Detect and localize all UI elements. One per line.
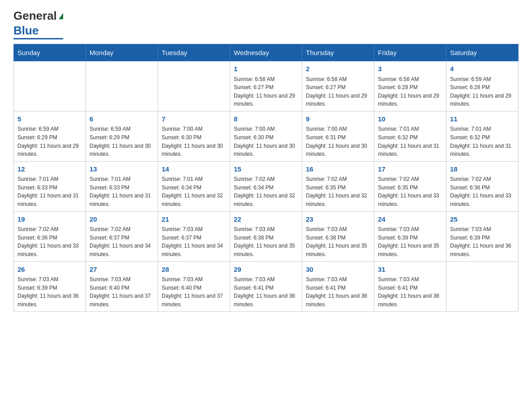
- day-info: Sunrise: 7:01 AM Sunset: 6:32 PM Dayligh…: [378, 125, 442, 158]
- day-info: Sunrise: 7:03 AM Sunset: 6:40 PM Dayligh…: [162, 275, 226, 308]
- day-info: Sunrise: 6:59 AM Sunset: 6:29 PM Dayligh…: [17, 125, 82, 158]
- calendar-cell-w3-d7: 18Sunrise: 7:02 AM Sunset: 6:36 PM Dayli…: [446, 161, 519, 211]
- weekday-header-row: SundayMondayTuesdayWednesdayThursdayFrid…: [14, 44, 519, 61]
- day-info: Sunrise: 7:01 AM Sunset: 6:34 PM Dayligh…: [162, 175, 226, 208]
- day-info: Sunrise: 7:02 AM Sunset: 6:35 PM Dayligh…: [306, 175, 370, 208]
- day-info: Sunrise: 7:03 AM Sunset: 6:38 PM Dayligh…: [306, 225, 370, 258]
- day-number: 2: [306, 64, 370, 74]
- calendar-cell-w1-d2: [86, 61, 158, 111]
- calendar-week-4: 19Sunrise: 7:02 AM Sunset: 6:36 PM Dayli…: [14, 211, 519, 261]
- day-number: 26: [17, 265, 82, 275]
- calendar-cell-w5-d6: 31Sunrise: 7:03 AM Sunset: 6:41 PM Dayli…: [374, 261, 446, 312]
- day-info: Sunrise: 7:03 AM Sunset: 6:40 PM Dayligh…: [90, 275, 154, 308]
- calendar-cell-w4-d4: 22Sunrise: 7:03 AM Sunset: 6:38 PM Dayli…: [230, 211, 302, 261]
- day-info: Sunrise: 6:59 AM Sunset: 6:28 PM Dayligh…: [450, 75, 515, 108]
- day-number: 25: [450, 214, 515, 225]
- day-number: 13: [90, 164, 154, 175]
- calendar-cell-w5-d5: 30Sunrise: 7:03 AM Sunset: 6:41 PM Dayli…: [302, 261, 374, 312]
- day-info: Sunrise: 7:01 AM Sunset: 6:33 PM Dayligh…: [90, 175, 154, 208]
- calendar-cell-w4-d5: 23Sunrise: 7:03 AM Sunset: 6:38 PM Dayli…: [302, 211, 374, 261]
- day-number: 19: [17, 214, 82, 225]
- calendar-cell-w4-d2: 20Sunrise: 7:02 AM Sunset: 6:37 PM Dayli…: [86, 211, 158, 261]
- calendar-cell-w3-d6: 17Sunrise: 7:02 AM Sunset: 6:35 PM Dayli…: [374, 161, 446, 211]
- day-number: 6: [90, 114, 154, 124]
- day-number: 28: [162, 265, 226, 275]
- day-number: 16: [306, 164, 370, 175]
- weekday-header-wednesday: Wednesday: [230, 44, 302, 61]
- day-info: Sunrise: 7:02 AM Sunset: 6:36 PM Dayligh…: [450, 175, 515, 208]
- calendar-cell-w2-d1: 5Sunrise: 6:59 AM Sunset: 6:29 PM Daylig…: [14, 111, 86, 161]
- day-info: Sunrise: 7:03 AM Sunset: 6:38 PM Dayligh…: [234, 225, 298, 258]
- calendar-cell-w2-d6: 10Sunrise: 7:01 AM Sunset: 6:32 PM Dayli…: [374, 111, 446, 161]
- day-info: Sunrise: 7:00 AM Sunset: 6:30 PM Dayligh…: [162, 125, 226, 158]
- calendar-cell-w5-d1: 26Sunrise: 7:03 AM Sunset: 6:39 PM Dayli…: [14, 261, 86, 312]
- calendar-cell-w2-d2: 6Sunrise: 6:59 AM Sunset: 6:29 PM Daylig…: [86, 111, 158, 161]
- day-info: Sunrise: 7:01 AM Sunset: 6:33 PM Dayligh…: [17, 175, 82, 208]
- day-number: 1: [234, 64, 298, 74]
- logo-general-text: General: [13, 9, 57, 23]
- page-header: General Blue: [13, 9, 519, 39]
- day-number: 3: [378, 64, 442, 74]
- day-number: 14: [162, 164, 226, 175]
- calendar-cell-w4-d1: 19Sunrise: 7:02 AM Sunset: 6:36 PM Dayli…: [14, 211, 86, 261]
- calendar-cell-w1-d1: [14, 61, 86, 111]
- calendar-cell-w2-d3: 7Sunrise: 7:00 AM Sunset: 6:30 PM Daylig…: [158, 111, 230, 161]
- day-info: Sunrise: 6:58 AM Sunset: 6:27 PM Dayligh…: [306, 75, 370, 108]
- day-number: 29: [234, 265, 298, 275]
- day-number: 24: [378, 214, 442, 225]
- day-info: Sunrise: 7:00 AM Sunset: 6:31 PM Dayligh…: [306, 125, 370, 158]
- weekday-header-saturday: Saturday: [446, 44, 519, 61]
- day-info: Sunrise: 7:03 AM Sunset: 6:41 PM Dayligh…: [234, 275, 298, 308]
- day-info: Sunrise: 7:02 AM Sunset: 6:35 PM Dayligh…: [378, 175, 442, 208]
- logo-underline: [13, 38, 63, 39]
- day-number: 22: [234, 214, 298, 225]
- day-info: Sunrise: 7:03 AM Sunset: 6:39 PM Dayligh…: [378, 225, 442, 258]
- logo: General Blue: [13, 9, 63, 39]
- day-number: 15: [234, 164, 298, 175]
- calendar-week-3: 12Sunrise: 7:01 AM Sunset: 6:33 PM Dayli…: [14, 161, 519, 211]
- calendar-cell-w1-d3: [158, 61, 230, 111]
- day-number: 27: [90, 265, 154, 275]
- calendar-cell-w2-d5: 9Sunrise: 7:00 AM Sunset: 6:31 PM Daylig…: [302, 111, 374, 161]
- day-number: 4: [450, 64, 515, 74]
- day-info: Sunrise: 7:00 AM Sunset: 6:30 PM Dayligh…: [234, 125, 298, 158]
- logo-blue-text: Blue: [13, 24, 39, 38]
- day-number: 8: [234, 114, 298, 124]
- day-number: 7: [162, 114, 226, 124]
- calendar-cell-w5-d3: 28Sunrise: 7:03 AM Sunset: 6:40 PM Dayli…: [158, 261, 230, 312]
- day-number: 23: [306, 214, 370, 225]
- day-number: 11: [450, 114, 515, 124]
- day-info: Sunrise: 7:03 AM Sunset: 6:39 PM Dayligh…: [17, 275, 82, 308]
- day-number: 10: [378, 114, 442, 124]
- calendar-cell-w4-d6: 24Sunrise: 7:03 AM Sunset: 6:39 PM Dayli…: [374, 211, 446, 261]
- day-info: Sunrise: 7:03 AM Sunset: 6:39 PM Dayligh…: [450, 225, 515, 258]
- calendar-cell-w4-d3: 21Sunrise: 7:03 AM Sunset: 6:37 PM Dayli…: [158, 211, 230, 261]
- calendar-cell-w5-d7: [446, 261, 519, 312]
- calendar-cell-w5-d2: 27Sunrise: 7:03 AM Sunset: 6:40 PM Dayli…: [86, 261, 158, 312]
- calendar-cell-w4-d7: 25Sunrise: 7:03 AM Sunset: 6:39 PM Dayli…: [446, 211, 519, 261]
- weekday-header-thursday: Thursday: [302, 44, 374, 61]
- calendar-cell-w2-d7: 11Sunrise: 7:01 AM Sunset: 6:32 PM Dayli…: [446, 111, 519, 161]
- day-info: Sunrise: 7:02 AM Sunset: 6:34 PM Dayligh…: [234, 175, 298, 208]
- calendar-cell-w1-d6: 3Sunrise: 6:58 AM Sunset: 6:28 PM Daylig…: [374, 61, 446, 111]
- weekday-header-monday: Monday: [86, 44, 158, 61]
- calendar-cell-w3-d2: 13Sunrise: 7:01 AM Sunset: 6:33 PM Dayli…: [86, 161, 158, 211]
- day-number: 20: [90, 214, 154, 225]
- calendar-table: SundayMondayTuesdayWednesdayThursdayFrid…: [13, 44, 519, 312]
- day-number: 31: [378, 265, 442, 275]
- calendar-cell-w3-d3: 14Sunrise: 7:01 AM Sunset: 6:34 PM Dayli…: [158, 161, 230, 211]
- day-info: Sunrise: 7:03 AM Sunset: 6:41 PM Dayligh…: [306, 275, 370, 308]
- calendar-week-5: 26Sunrise: 7:03 AM Sunset: 6:39 PM Dayli…: [14, 261, 519, 312]
- calendar-cell-w1-d5: 2Sunrise: 6:58 AM Sunset: 6:27 PM Daylig…: [302, 61, 374, 111]
- day-number: 30: [306, 265, 370, 275]
- calendar-week-2: 5Sunrise: 6:59 AM Sunset: 6:29 PM Daylig…: [14, 111, 519, 161]
- day-info: Sunrise: 7:02 AM Sunset: 6:36 PM Dayligh…: [17, 225, 82, 258]
- calendar-cell-w1-d7: 4Sunrise: 6:59 AM Sunset: 6:28 PM Daylig…: [446, 61, 519, 111]
- calendar-cell-w2-d4: 8Sunrise: 7:00 AM Sunset: 6:30 PM Daylig…: [230, 111, 302, 161]
- weekday-header-tuesday: Tuesday: [158, 44, 230, 61]
- day-number: 17: [378, 164, 442, 175]
- day-info: Sunrise: 6:59 AM Sunset: 6:29 PM Dayligh…: [90, 125, 154, 158]
- day-number: 21: [162, 214, 226, 225]
- day-info: Sunrise: 7:03 AM Sunset: 6:41 PM Dayligh…: [378, 275, 442, 308]
- weekday-header-friday: Friday: [374, 44, 446, 61]
